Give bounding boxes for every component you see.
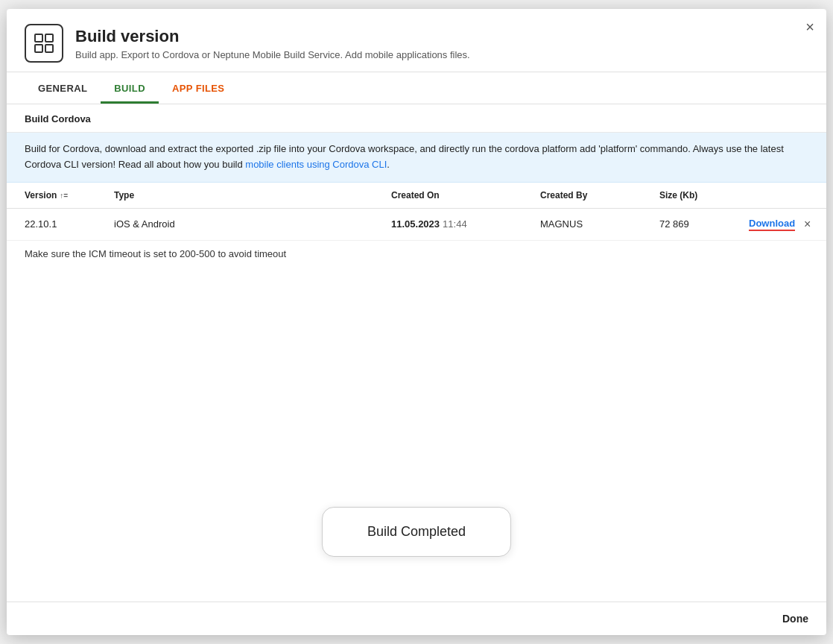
info-text-after-link: . xyxy=(387,159,390,170)
delete-button[interactable]: × xyxy=(804,218,811,230)
col-header-actions xyxy=(749,190,808,201)
section-title: Build Cordova xyxy=(7,104,826,133)
done-button[interactable]: Done xyxy=(782,613,808,625)
col-header-type: Type xyxy=(114,190,391,201)
svg-rect-1 xyxy=(45,34,53,42)
warning-text: Make sure the ICM timeout is set to 200-… xyxy=(7,241,826,267)
created-time: 11:44 xyxy=(443,218,467,230)
cell-created-on: 11.05.202311:44 xyxy=(391,218,540,230)
sort-icon: ↑= xyxy=(60,192,68,200)
created-date: 11.05.2023 xyxy=(391,218,440,230)
close-button[interactable]: × xyxy=(805,19,814,34)
build-icon xyxy=(33,32,55,54)
cell-version: 22.10.1 xyxy=(25,218,114,230)
cell-download: Download × xyxy=(749,218,808,231)
col-header-version[interactable]: Version↑= xyxy=(25,190,114,201)
cell-type: iOS & Android xyxy=(114,218,391,230)
modal-title-block: Build version Build app. Export to Cordo… xyxy=(75,27,470,60)
cell-created-by: MAGNUS xyxy=(540,218,659,230)
svg-rect-3 xyxy=(45,45,53,52)
col-header-created-by: Created By xyxy=(540,190,659,201)
svg-rect-2 xyxy=(35,45,42,52)
cell-size: 72 869 xyxy=(659,218,749,230)
tab-general[interactable]: GENERAL xyxy=(25,72,101,104)
modal-header: Build version Build app. Export to Cordo… xyxy=(7,9,826,72)
modal-footer: Done xyxy=(7,602,826,635)
modal-subtitle: Build app. Export to Cordova or Neptune … xyxy=(75,49,470,60)
col-header-size: Size (Kb) xyxy=(659,190,749,201)
modal-title: Build version xyxy=(75,27,470,46)
svg-rect-0 xyxy=(35,34,42,42)
table-header: Version↑= Type Created On Created By Siz… xyxy=(7,183,826,209)
table-row: 22.10.1 iOS & Android 11.05.202311:44 MA… xyxy=(7,209,826,241)
download-link[interactable]: Download xyxy=(749,218,795,231)
tabs-container: GENERAL BUILD APP FILES xyxy=(7,72,826,104)
app-icon xyxy=(25,24,63,63)
cordova-cli-link[interactable]: mobile clients using Cordova CLI xyxy=(245,159,387,170)
modal-container: × Build version Build app. Export to Cor… xyxy=(7,9,826,635)
info-banner: Build for Cordova, download and extract … xyxy=(7,133,826,183)
col-header-created-on: Created On xyxy=(391,190,540,201)
tab-app-files[interactable]: APP FILES xyxy=(159,72,238,104)
tab-build[interactable]: BUILD xyxy=(101,72,159,104)
modal-body: Build Cordova Build for Cordova, downloa… xyxy=(7,104,826,602)
info-text-before-link: Build for Cordova, download and extract … xyxy=(25,143,784,170)
build-completed-badge: Build Completed xyxy=(322,507,511,557)
